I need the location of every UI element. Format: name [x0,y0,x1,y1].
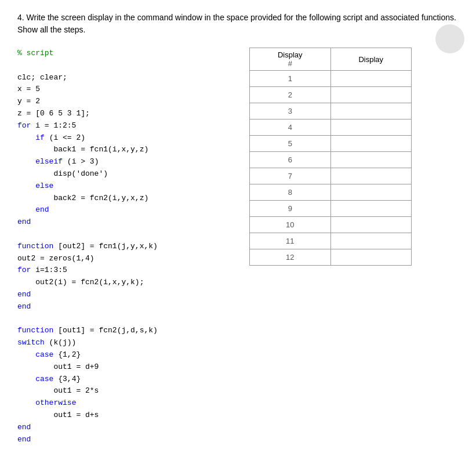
row-number: 9 [250,201,331,217]
row-number: 1 [250,71,331,87]
table-row: 10 [250,217,412,233]
row-display-value[interactable] [330,103,412,119]
code-line-10: else [17,180,238,193]
table-row: 9 [250,201,412,217]
table-row: 12 [250,249,412,266]
row-display-value[interactable] [330,217,412,233]
table-row: 5 [250,136,412,152]
row-number: 11 [250,233,331,249]
comment-script: % script [17,48,238,60]
table-row: 3 [250,103,412,119]
circle-decoration [435,24,464,53]
code-line-23: out1 = d+9 [17,361,238,374]
row-display-value[interactable] [330,136,412,152]
code-line-15: out2 = zeros(1,4) [17,253,238,265]
code-line-29: end [17,434,238,446]
code-line-14: function [out2] = fcn1(j,y,x,k) [17,241,238,253]
row-number: 6 [250,152,331,168]
code-line-8: elseif (i > 3) [17,156,238,168]
question-container: 4. Write the screen display in the comma… [17,12,459,445]
row-display-value[interactable] [330,168,412,184]
code-line-3: y = 2 [17,96,238,108]
code-line-22: case {1,2} [17,349,238,361]
code-line-18: end [17,289,238,301]
row-number: 4 [250,119,331,136]
row-number: 8 [250,184,331,201]
code-line-13: end [17,216,238,229]
code-line-4: z = [0 6 5 3 1]; [17,108,238,120]
code-line-12: end [17,204,238,216]
code-line-7: back1 = fcn1(i,x,y,z) [17,144,238,156]
row-number: 7 [250,168,331,184]
row-number: 5 [250,136,331,152]
code-line-26: otherwise [17,397,238,409]
code-line-28: end [17,422,238,434]
row-number: 12 [250,249,331,266]
display-table: Display # Display 1 2 3 4 5 [249,48,412,266]
row-display-value[interactable] [330,152,412,168]
question-text: 4. Write the screen display in the comma… [17,12,459,36]
code-line-9: disp('done') [17,168,238,180]
col2-header: Display [330,48,412,71]
code-line-24: case {3,4} [17,374,238,386]
code-line-16: for i=1:3:5 [17,264,238,277]
main-layout: % script clc; clear; x = 5 y = 2 z = [0 … [17,48,459,445]
code-line-1: clc; clear; [17,72,238,84]
code-line-2: x = 5 [17,84,238,96]
code-line-11: back2 = fcn2(i,y,x,z) [17,193,238,205]
table-row: 2 [250,87,412,103]
code-line-21: switch (k(j)) [17,337,238,349]
row-display-value[interactable] [330,87,412,103]
row-display-value[interactable] [330,119,412,136]
code-line-6: if (i <= 2) [17,132,238,144]
table-row: 4 [250,119,412,136]
row-display-value[interactable] [330,184,412,201]
row-display-value[interactable] [330,233,412,249]
code-line-25: out1 = 2*s [17,385,238,397]
table-row: 8 [250,184,412,201]
code-line-19: end [17,301,238,313]
code-section: % script clc; clear; x = 5 y = 2 z = [0 … [17,48,238,445]
code-line-17: out2(i) = fcn2(i,x,y,k); [17,277,238,289]
row-number: 3 [250,103,331,119]
row-display-value[interactable] [330,249,412,266]
table-section: Display # Display 1 2 3 4 5 [249,48,459,266]
row-number: 2 [250,87,331,103]
code-line-5: for i = 1:2:5 [17,120,238,132]
table-row: 1 [250,71,412,87]
code-line-27: out1 = d+s [17,409,238,422]
table-row: 7 [250,168,412,184]
row-number: 10 [250,217,331,233]
table-row: 11 [250,233,412,249]
row-display-value[interactable] [330,201,412,217]
col1-header: Display # [250,48,331,71]
table-row: 6 [250,152,412,168]
row-display-value[interactable] [330,71,412,87]
code-line-20: function [out1] = fcn2(j,d,s,k) [17,325,238,337]
